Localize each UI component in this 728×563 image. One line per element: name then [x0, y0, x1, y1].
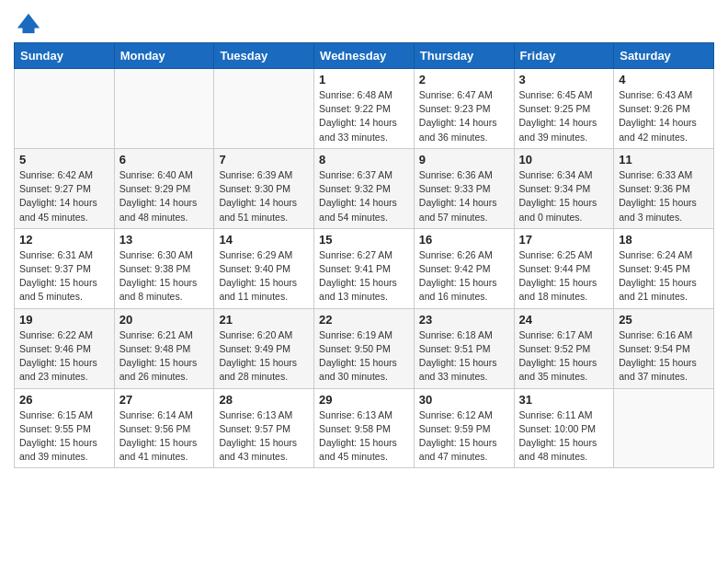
calendar-week-row: 19Sunrise: 6:22 AMSunset: 9:46 PMDayligh…	[15, 308, 714, 388]
calendar-cell: 30Sunrise: 6:12 AMSunset: 9:59 PMDayligh…	[414, 388, 514, 468]
day-info: Sunrise: 6:47 AMSunset: 9:23 PMDaylight:…	[419, 88, 509, 144]
day-number: 6	[119, 153, 210, 167]
calendar-cell: 23Sunrise: 6:18 AMSunset: 9:51 PMDayligh…	[414, 308, 514, 388]
day-number: 14	[219, 233, 309, 247]
calendar-cell: 6Sunrise: 6:40 AMSunset: 9:29 PMDaylight…	[114, 148, 214, 228]
weekday-header-friday: Friday	[514, 43, 614, 69]
day-number: 21	[219, 313, 309, 327]
day-number: 26	[19, 393, 109, 407]
day-number: 4	[619, 73, 709, 86]
day-number: 5	[19, 153, 109, 167]
calendar-cell	[614, 388, 714, 468]
day-number: 9	[419, 153, 509, 167]
page: SundayMondayTuesdayWednesdayThursdayFrid…	[0, 0, 728, 563]
day-number: 20	[119, 313, 210, 327]
calendar-cell: 28Sunrise: 6:13 AMSunset: 9:57 PMDayligh…	[214, 388, 314, 468]
day-number: 25	[619, 313, 709, 327]
day-number: 16	[419, 233, 509, 247]
header	[14, 9, 714, 35]
day-number: 27	[119, 393, 210, 407]
day-info: Sunrise: 6:36 AMSunset: 9:33 PMDaylight:…	[419, 168, 509, 224]
day-number: 1	[319, 73, 409, 86]
svg-marker-1	[22, 25, 34, 33]
day-info: Sunrise: 6:31 AMSunset: 9:37 PMDaylight:…	[19, 248, 109, 304]
calendar-cell: 11Sunrise: 6:33 AMSunset: 9:36 PMDayligh…	[614, 148, 714, 228]
calendar-cell: 17Sunrise: 6:25 AMSunset: 9:44 PMDayligh…	[514, 228, 614, 308]
calendar-cell	[114, 69, 214, 149]
day-number: 22	[319, 313, 409, 327]
weekday-header-saturday: Saturday	[614, 43, 714, 69]
calendar-cell: 2Sunrise: 6:47 AMSunset: 9:23 PMDaylight…	[414, 69, 514, 149]
calendar-cell: 18Sunrise: 6:24 AMSunset: 9:45 PMDayligh…	[614, 228, 714, 308]
calendar-cell: 5Sunrise: 6:42 AMSunset: 9:27 PMDaylight…	[15, 148, 115, 228]
calendar-cell: 22Sunrise: 6:19 AMSunset: 9:50 PMDayligh…	[314, 308, 415, 388]
calendar-cell: 3Sunrise: 6:45 AMSunset: 9:25 PMDaylight…	[514, 69, 614, 149]
calendar-cell: 4Sunrise: 6:43 AMSunset: 9:26 PMDaylight…	[614, 69, 714, 149]
day-info: Sunrise: 6:12 AMSunset: 9:59 PMDaylight:…	[419, 408, 509, 465]
day-info: Sunrise: 6:34 AMSunset: 9:34 PMDaylight:…	[519, 168, 609, 224]
calendar-week-row: 5Sunrise: 6:42 AMSunset: 9:27 PMDaylight…	[15, 148, 714, 228]
day-number: 2	[419, 73, 509, 86]
day-number: 7	[219, 153, 309, 167]
day-info: Sunrise: 6:20 AMSunset: 9:49 PMDaylight:…	[219, 328, 309, 385]
calendar-cell	[15, 69, 115, 149]
day-info: Sunrise: 6:18 AMSunset: 9:51 PMDaylight:…	[419, 328, 509, 385]
day-info: Sunrise: 6:37 AMSunset: 9:32 PMDaylight:…	[319, 168, 409, 224]
calendar-cell: 25Sunrise: 6:16 AMSunset: 9:54 PMDayligh…	[614, 308, 714, 388]
day-info: Sunrise: 6:24 AMSunset: 9:45 PMDaylight:…	[619, 248, 709, 304]
day-number: 18	[619, 233, 709, 247]
calendar-cell: 20Sunrise: 6:21 AMSunset: 9:48 PMDayligh…	[114, 308, 214, 388]
calendar-cell: 7Sunrise: 6:39 AMSunset: 9:30 PMDaylight…	[214, 148, 314, 228]
calendar-cell: 8Sunrise: 6:37 AMSunset: 9:32 PMDaylight…	[314, 148, 415, 228]
calendar-table: SundayMondayTuesdayWednesdayThursdayFrid…	[14, 42, 714, 468]
calendar-week-row: 12Sunrise: 6:31 AMSunset: 9:37 PMDayligh…	[15, 228, 714, 308]
calendar-cell: 16Sunrise: 6:26 AMSunset: 9:42 PMDayligh…	[414, 228, 514, 308]
day-info: Sunrise: 6:13 AMSunset: 9:57 PMDaylight:…	[219, 408, 309, 465]
calendar-cell: 24Sunrise: 6:17 AMSunset: 9:52 PMDayligh…	[514, 308, 614, 388]
weekday-header-sunday: Sunday	[15, 43, 115, 69]
day-number: 29	[319, 393, 409, 407]
calendar-cell: 14Sunrise: 6:29 AMSunset: 9:40 PMDayligh…	[214, 228, 314, 308]
day-number: 3	[519, 73, 609, 86]
calendar-cell: 21Sunrise: 6:20 AMSunset: 9:49 PMDayligh…	[214, 308, 314, 388]
day-info: Sunrise: 6:19 AMSunset: 9:50 PMDaylight:…	[319, 328, 409, 385]
calendar-cell: 15Sunrise: 6:27 AMSunset: 9:41 PMDayligh…	[314, 228, 415, 308]
day-number: 10	[519, 153, 609, 167]
calendar-cell: 13Sunrise: 6:30 AMSunset: 9:38 PMDayligh…	[114, 228, 214, 308]
day-info: Sunrise: 6:26 AMSunset: 9:42 PMDaylight:…	[419, 248, 509, 304]
day-number: 15	[319, 233, 409, 247]
day-info: Sunrise: 6:27 AMSunset: 9:41 PMDaylight:…	[319, 248, 409, 304]
weekday-header-thursday: Thursday	[414, 43, 514, 69]
calendar-cell: 31Sunrise: 6:11 AMSunset: 10:00 PMDaylig…	[514, 388, 614, 468]
day-info: Sunrise: 6:48 AMSunset: 9:22 PMDaylight:…	[319, 88, 409, 144]
day-info: Sunrise: 6:30 AMSunset: 9:38 PMDaylight:…	[119, 248, 210, 304]
day-number: 30	[419, 393, 509, 407]
day-info: Sunrise: 6:13 AMSunset: 9:58 PMDaylight:…	[319, 408, 409, 465]
calendar-week-row: 1Sunrise: 6:48 AMSunset: 9:22 PMDaylight…	[15, 69, 714, 149]
logo-icon	[16, 9, 41, 35]
calendar-cell: 26Sunrise: 6:15 AMSunset: 9:55 PMDayligh…	[15, 388, 115, 468]
calendar-cell: 19Sunrise: 6:22 AMSunset: 9:46 PMDayligh…	[15, 308, 115, 388]
day-number: 11	[619, 153, 709, 167]
day-info: Sunrise: 6:11 AMSunset: 10:00 PMDaylight…	[519, 408, 609, 465]
day-info: Sunrise: 6:15 AMSunset: 9:55 PMDaylight:…	[19, 408, 109, 465]
day-info: Sunrise: 6:39 AMSunset: 9:30 PMDaylight:…	[219, 168, 309, 224]
day-info: Sunrise: 6:29 AMSunset: 9:40 PMDaylight:…	[219, 248, 309, 304]
day-info: Sunrise: 6:21 AMSunset: 9:48 PMDaylight:…	[119, 328, 210, 385]
day-info: Sunrise: 6:16 AMSunset: 9:54 PMDaylight:…	[619, 328, 709, 385]
weekday-header-tuesday: Tuesday	[214, 43, 314, 69]
calendar-cell: 12Sunrise: 6:31 AMSunset: 9:37 PMDayligh…	[15, 228, 115, 308]
day-number: 12	[19, 233, 109, 247]
calendar-cell: 1Sunrise: 6:48 AMSunset: 9:22 PMDaylight…	[314, 69, 415, 149]
calendar-cell	[214, 69, 314, 149]
day-number: 8	[319, 153, 409, 167]
calendar-cell: 29Sunrise: 6:13 AMSunset: 9:58 PMDayligh…	[314, 388, 415, 468]
day-number: 13	[119, 233, 210, 247]
day-number: 17	[519, 233, 609, 247]
day-info: Sunrise: 6:14 AMSunset: 9:56 PMDaylight:…	[119, 408, 210, 465]
day-info: Sunrise: 6:22 AMSunset: 9:46 PMDaylight:…	[19, 328, 109, 385]
day-info: Sunrise: 6:40 AMSunset: 9:29 PMDaylight:…	[119, 168, 210, 224]
weekday-header-wednesday: Wednesday	[314, 43, 415, 69]
day-number: 19	[19, 313, 109, 327]
day-info: Sunrise: 6:42 AMSunset: 9:27 PMDaylight:…	[19, 168, 109, 224]
